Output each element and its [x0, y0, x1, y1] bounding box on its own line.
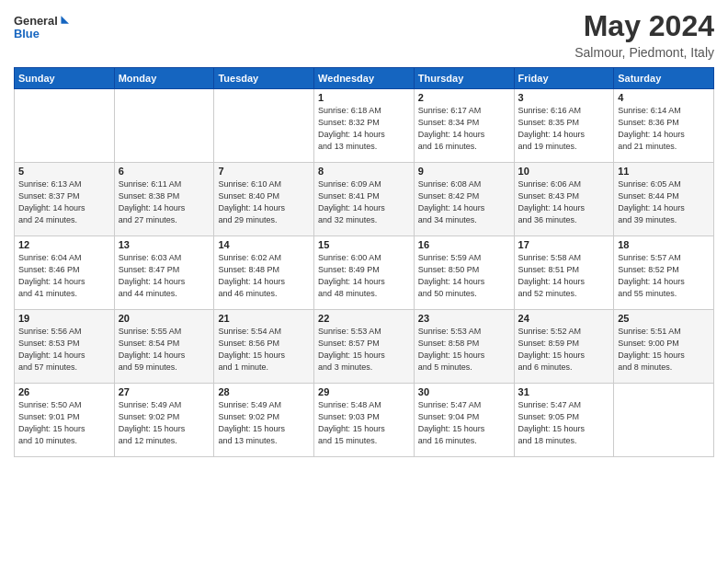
day-number: 29: [318, 386, 410, 397]
calendar-cell: 9Sunrise: 6:08 AM Sunset: 8:42 PM Daylig…: [414, 163, 514, 236]
calendar-week-1: 1Sunrise: 6:18 AM Sunset: 8:32 PM Daylig…: [15, 89, 714, 163]
day-number: 7: [218, 166, 310, 177]
day-number: 19: [18, 313, 110, 324]
calendar-cell: 22Sunrise: 5:53 AM Sunset: 8:57 PM Dayli…: [314, 310, 415, 384]
day-number: 17: [518, 239, 610, 250]
day-info: Sunrise: 5:50 AM Sunset: 9:01 PM Dayligh…: [18, 399, 110, 447]
day-info: Sunrise: 5:47 AM Sunset: 9:04 PM Dayligh…: [418, 399, 510, 447]
calendar-cell: 7Sunrise: 6:10 AM Sunset: 8:40 PM Daylig…: [214, 163, 314, 236]
calendar-cell: 19Sunrise: 5:56 AM Sunset: 8:53 PM Dayli…: [15, 310, 115, 384]
calendar-week-2: 5Sunrise: 6:13 AM Sunset: 8:37 PM Daylig…: [15, 163, 714, 236]
calendar-cell: 6Sunrise: 6:11 AM Sunset: 8:38 PM Daylig…: [114, 163, 214, 236]
day-info: Sunrise: 5:55 AM Sunset: 8:54 PM Dayligh…: [119, 326, 210, 373]
weekday-header-monday: Monday: [114, 68, 214, 89]
day-number: 13: [119, 239, 210, 250]
day-number: 22: [318, 313, 410, 324]
day-info: Sunrise: 6:03 AM Sunset: 8:47 PM Dayligh…: [119, 252, 210, 300]
day-number: 31: [518, 386, 610, 397]
day-number: 2: [418, 92, 510, 103]
day-info: Sunrise: 5:59 AM Sunset: 8:50 PM Dayligh…: [418, 252, 510, 300]
calendar-cell: 18Sunrise: 5:57 AM Sunset: 8:52 PM Dayli…: [614, 236, 714, 310]
calendar-cell: 15Sunrise: 6:00 AM Sunset: 8:49 PM Dayli…: [314, 236, 415, 310]
day-info: Sunrise: 6:04 AM Sunset: 8:46 PM Dayligh…: [18, 252, 110, 300]
day-info: Sunrise: 6:05 AM Sunset: 8:44 PM Dayligh…: [618, 178, 710, 226]
day-info: Sunrise: 6:16 AM Sunset: 8:35 PM Dayligh…: [518, 105, 610, 153]
day-number: 18: [618, 239, 710, 250]
calendar-cell: 23Sunrise: 5:53 AM Sunset: 8:58 PM Dayli…: [414, 310, 514, 384]
day-number: 12: [18, 239, 110, 250]
day-number: 14: [218, 239, 310, 250]
calendar-cell: 17Sunrise: 5:58 AM Sunset: 8:51 PM Dayli…: [514, 236, 614, 310]
weekday-header-wednesday: Wednesday: [314, 68, 415, 89]
weekday-header-thursday: Thursday: [414, 68, 514, 89]
day-info: Sunrise: 6:14 AM Sunset: 8:36 PM Dayligh…: [618, 105, 710, 153]
calendar-cell: 2Sunrise: 6:17 AM Sunset: 8:34 PM Daylig…: [414, 89, 514, 163]
calendar-header: SundayMondayTuesdayWednesdayThursdayFrid…: [15, 68, 714, 89]
day-info: Sunrise: 6:00 AM Sunset: 8:49 PM Dayligh…: [318, 252, 410, 300]
day-info: Sunrise: 5:49 AM Sunset: 9:02 PM Dayligh…: [119, 399, 210, 447]
day-number: 1: [318, 92, 410, 103]
day-info: Sunrise: 5:53 AM Sunset: 8:57 PM Dayligh…: [318, 326, 410, 373]
calendar-cell: 26Sunrise: 5:50 AM Sunset: 9:01 PM Dayli…: [15, 384, 115, 457]
day-number: 28: [218, 386, 310, 397]
day-number: 24: [518, 313, 610, 324]
day-number: 4: [618, 92, 710, 103]
day-number: 15: [318, 239, 410, 250]
calendar-week-3: 12Sunrise: 6:04 AM Sunset: 8:46 PM Dayli…: [15, 236, 714, 310]
month-title: May 2024: [574, 9, 714, 43]
day-number: 25: [618, 313, 710, 324]
day-info: Sunrise: 6:09 AM Sunset: 8:41 PM Dayligh…: [318, 178, 410, 226]
day-info: Sunrise: 6:06 AM Sunset: 8:43 PM Dayligh…: [518, 178, 610, 226]
calendar-cell: 24Sunrise: 5:52 AM Sunset: 8:59 PM Dayli…: [514, 310, 614, 384]
weekday-header-tuesday: Tuesday: [214, 68, 314, 89]
day-number: 9: [418, 166, 510, 177]
header: General Blue May 2024 Salmour, Piedmont,…: [14, 9, 714, 60]
day-info: Sunrise: 6:10 AM Sunset: 8:40 PM Dayligh…: [218, 178, 310, 226]
day-number: 27: [119, 386, 210, 397]
calendar-cell: [114, 89, 214, 163]
day-info: Sunrise: 5:49 AM Sunset: 9:02 PM Dayligh…: [218, 399, 310, 447]
calendar-table: SundayMondayTuesdayWednesdayThursdayFrid…: [14, 67, 714, 457]
day-info: Sunrise: 5:48 AM Sunset: 9:03 PM Dayligh…: [318, 399, 410, 447]
calendar-cell: [15, 89, 115, 163]
logo: General Blue: [14, 9, 69, 46]
calendar-cell: 14Sunrise: 6:02 AM Sunset: 8:48 PM Dayli…: [214, 236, 314, 310]
day-info: Sunrise: 5:53 AM Sunset: 8:58 PM Dayligh…: [418, 326, 510, 373]
weekday-header-saturday: Saturday: [614, 68, 714, 89]
calendar-cell: 29Sunrise: 5:48 AM Sunset: 9:03 PM Dayli…: [314, 384, 415, 457]
weekday-row: SundayMondayTuesdayWednesdayThursdayFrid…: [15, 68, 714, 89]
page: General Blue May 2024 Salmour, Piedmont,…: [0, 0, 728, 563]
day-info: Sunrise: 5:57 AM Sunset: 8:52 PM Dayligh…: [618, 252, 710, 300]
day-number: 10: [518, 166, 610, 177]
day-number: 30: [418, 386, 510, 397]
day-info: Sunrise: 5:56 AM Sunset: 8:53 PM Dayligh…: [18, 326, 110, 373]
calendar-cell: 11Sunrise: 6:05 AM Sunset: 8:44 PM Dayli…: [614, 163, 714, 236]
day-number: 3: [518, 92, 610, 103]
calendar-cell: 21Sunrise: 5:54 AM Sunset: 8:56 PM Dayli…: [214, 310, 314, 384]
day-info: Sunrise: 5:54 AM Sunset: 8:56 PM Dayligh…: [218, 326, 310, 373]
day-info: Sunrise: 5:47 AM Sunset: 9:05 PM Dayligh…: [518, 399, 610, 447]
day-info: Sunrise: 6:11 AM Sunset: 8:38 PM Dayligh…: [119, 178, 210, 226]
day-info: Sunrise: 5:51 AM Sunset: 9:00 PM Dayligh…: [618, 326, 710, 373]
day-number: 23: [418, 313, 510, 324]
calendar-cell: 1Sunrise: 6:18 AM Sunset: 8:32 PM Daylig…: [314, 89, 415, 163]
day-info: Sunrise: 5:58 AM Sunset: 8:51 PM Dayligh…: [518, 252, 610, 300]
calendar-cell: 3Sunrise: 6:16 AM Sunset: 8:35 PM Daylig…: [514, 89, 614, 163]
calendar-cell: 8Sunrise: 6:09 AM Sunset: 8:41 PM Daylig…: [314, 163, 415, 236]
svg-marker-2: [61, 16, 69, 24]
calendar-cell: 31Sunrise: 5:47 AM Sunset: 9:05 PM Dayli…: [514, 384, 614, 457]
calendar-cell: 27Sunrise: 5:49 AM Sunset: 9:02 PM Dayli…: [114, 384, 214, 457]
day-number: 20: [119, 313, 210, 324]
calendar-cell: [214, 89, 314, 163]
calendar-cell: 5Sunrise: 6:13 AM Sunset: 8:37 PM Daylig…: [15, 163, 115, 236]
title-block: May 2024 Salmour, Piedmont, Italy: [574, 9, 714, 60]
calendar-cell: 20Sunrise: 5:55 AM Sunset: 8:54 PM Dayli…: [114, 310, 214, 384]
day-number: 5: [18, 166, 110, 177]
calendar-cell: 30Sunrise: 5:47 AM Sunset: 9:04 PM Dayli…: [414, 384, 514, 457]
weekday-header-friday: Friday: [514, 68, 614, 89]
calendar-cell: 10Sunrise: 6:06 AM Sunset: 8:43 PM Dayli…: [514, 163, 614, 236]
calendar-cell: 12Sunrise: 6:04 AM Sunset: 8:46 PM Dayli…: [15, 236, 115, 310]
day-number: 21: [218, 313, 310, 324]
day-number: 6: [119, 166, 210, 177]
calendar-cell: 13Sunrise: 6:03 AM Sunset: 8:47 PM Dayli…: [114, 236, 214, 310]
